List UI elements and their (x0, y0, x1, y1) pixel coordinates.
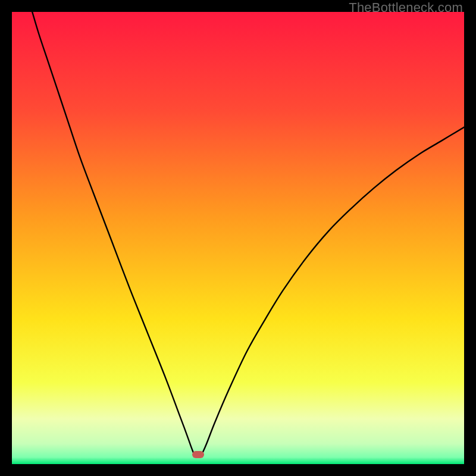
optimal-marker (192, 451, 204, 458)
chart-frame (12, 12, 464, 464)
gradient-background (12, 12, 464, 464)
bottleneck-chart (12, 12, 464, 464)
watermark-text: TheBottleneck.com (349, 0, 463, 15)
